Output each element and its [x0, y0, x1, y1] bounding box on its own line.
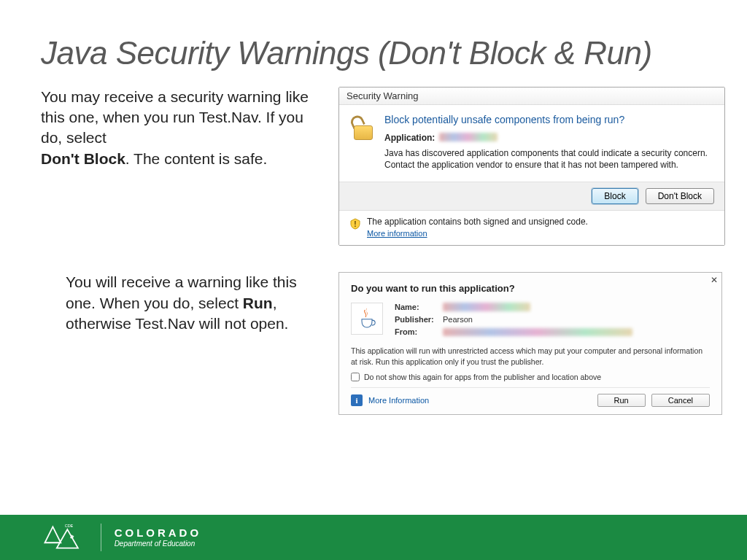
p1-bold: Don't Block	[41, 150, 125, 167]
dont-block-button[interactable]: Don't Block	[646, 188, 714, 204]
do-not-show-again-checkbox[interactable]: Do not show this again for apps from the…	[351, 373, 710, 381]
svg-marker-1	[44, 526, 61, 542]
footer-divider	[101, 524, 101, 551]
footer-brand: COLORADO	[115, 527, 202, 540]
do-not-show-again-input[interactable]	[351, 373, 360, 381]
unlock-icon	[351, 115, 376, 140]
cde-logo: CDE	[41, 523, 88, 552]
publisher-value: Pearson	[443, 315, 473, 324]
signed-unsigned-text: The application contains both signed and…	[367, 217, 588, 228]
name-label: Name:	[395, 303, 436, 311]
name-value-redacted	[443, 303, 530, 311]
run-application-dialog: ✕ Do you want to run this application? N…	[338, 272, 722, 414]
java-cup-icon	[351, 303, 383, 335]
dialog1-description: Java has discovered application componen…	[384, 147, 713, 172]
slide-footer: CDE COLORADO Department of Education	[0, 515, 747, 560]
dialog2-question: Do you want to run this application?	[351, 283, 710, 294]
more-information-link[interactable]: More information	[367, 229, 427, 238]
block-button[interactable]: Block	[592, 188, 638, 204]
dialog1-question: Block potentially unsafe components from…	[384, 114, 713, 125]
run-button[interactable]: Run	[597, 394, 646, 407]
p2-bold: Run	[243, 295, 273, 311]
warning-shield-icon: !	[349, 218, 361, 230]
close-icon[interactable]: ✕	[711, 275, 718, 285]
slide: Java Security Warnings (Don't Block & Ru…	[0, 0, 747, 560]
p1-pre: You may receive a security warning like …	[41, 88, 309, 147]
security-warning-dialog: Security Warning Block potentially unsaf…	[338, 87, 725, 246]
row-security-warning: You may receive a security warning like …	[41, 87, 706, 246]
badge-label: CDE	[65, 524, 74, 528]
dialog1-titlebar: Security Warning	[339, 88, 724, 105]
footer-department: Department of Education	[115, 540, 202, 548]
cancel-button[interactable]: Cancel	[651, 394, 710, 407]
info-icon: i	[351, 394, 363, 406]
paragraph-2: You will receive a warning like this one…	[41, 272, 318, 334]
dialog2-description: This application will run with unrestric…	[351, 346, 710, 366]
slide-title: Java Security Warnings (Don't Block & Ru…	[41, 35, 706, 72]
publisher-label: Publisher:	[395, 315, 436, 324]
p1-post: . The content is safe.	[125, 150, 268, 167]
paragraph-1: You may receive a security warning like …	[41, 87, 318, 169]
from-label: From:	[395, 327, 436, 336]
from-value-redacted	[443, 328, 632, 336]
more-information-link-2[interactable]: More Information	[368, 396, 592, 405]
row-run-application: You will receive a warning like this one…	[41, 272, 706, 414]
svg-marker-2	[57, 529, 78, 548]
application-label: Application:	[384, 133, 435, 143]
checkbox-label: Do not show this again for apps from the…	[364, 373, 601, 381]
svg-text:!: !	[354, 220, 356, 228]
application-value-redacted	[439, 133, 498, 141]
